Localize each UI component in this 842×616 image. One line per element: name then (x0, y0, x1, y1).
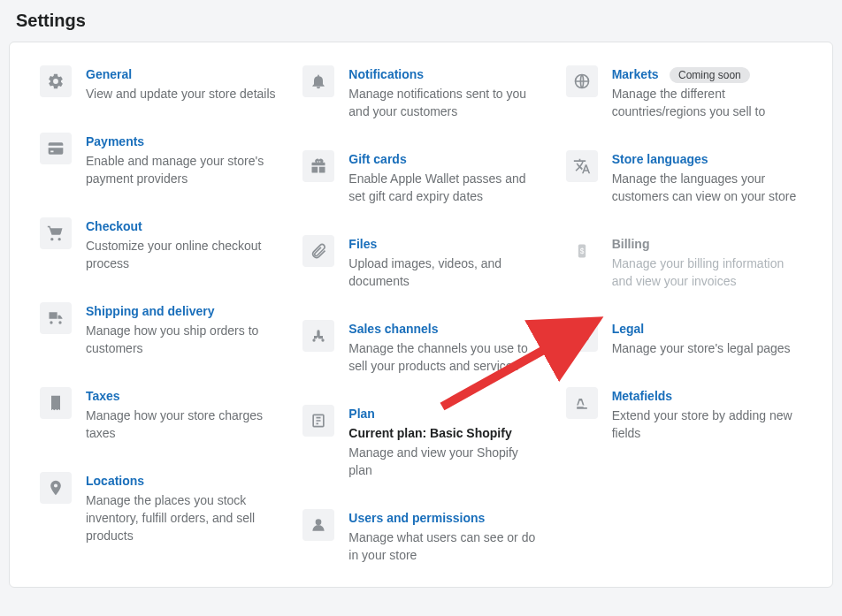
metafields-icon (566, 387, 598, 419)
settings-item-checkout[interactable]: Checkout Customize your online checkout … (40, 217, 276, 272)
item-title: Taxes (86, 389, 120, 403)
item-title: Sales channels (348, 322, 438, 336)
svg-text:$: $ (579, 247, 584, 255)
svg-rect-8 (576, 331, 587, 339)
settings-item-languages[interactable]: Store languages Manage the languages you… (566, 150, 802, 205)
settings-item-shipping[interactable]: Shipping and delivery Manage how you shi… (40, 302, 276, 357)
settings-item-files[interactable]: Files Upload images, videos, and documen… (302, 235, 539, 290)
page-title: Settings (0, 0, 842, 42)
item-title: Locations (86, 474, 144, 488)
settings-item-legal[interactable]: Legal Manage your store's legal pages (566, 320, 802, 357)
svg-point-0 (313, 338, 316, 341)
plan-icon (302, 405, 334, 437)
settings-item-notifications[interactable]: Notifications Manage notifications sent … (302, 65, 539, 120)
settings-item-locations[interactable]: Locations Manage the places you stock in… (40, 472, 276, 544)
bell-icon (302, 65, 334, 97)
item-title: Markets (612, 67, 659, 81)
item-title: Plan (348, 407, 375, 421)
settings-item-general[interactable]: General View and update your store detai… (40, 65, 276, 103)
item-extra: Current plan: Basic Shopify (348, 424, 539, 442)
language-icon (566, 150, 598, 182)
item-title: Payments (86, 134, 144, 148)
item-title: Gift cards (348, 152, 406, 166)
channels-icon (302, 320, 334, 352)
item-title: Checkout (86, 219, 142, 233)
settings-col-1: General View and update your store detai… (40, 65, 276, 564)
item-desc: Manage your store's legal pages (612, 339, 802, 357)
item-title: General (86, 67, 132, 81)
coming-soon-badge: Coming soon (670, 67, 750, 83)
settings-item-markets[interactable]: Markets Coming soon Manage the different… (566, 65, 802, 120)
item-desc: Extend your store by adding new fields (612, 407, 802, 442)
user-icon (302, 509, 334, 541)
item-title: Notifications (348, 67, 424, 81)
settings-card: General View and update your store detai… (9, 42, 833, 588)
settings-item-giftcards[interactable]: Gift cards Enable Apple Wallet passes an… (302, 150, 539, 205)
settings-item-metafields[interactable]: Metafields Extend your store by adding n… (566, 387, 802, 442)
location-pin-icon (40, 472, 72, 504)
svg-point-4 (316, 519, 322, 525)
item-desc: Manage notifications sent to you and you… (348, 85, 539, 120)
item-title: Legal (612, 322, 645, 336)
item-desc: Customize your online checkout process (86, 237, 276, 272)
item-desc: View and update your store details (86, 85, 276, 103)
settings-item-users[interactable]: Users and permissions Manage what users … (302, 509, 539, 564)
receipt-icon (40, 387, 72, 419)
settings-item-saleschannels[interactable]: Sales channels Manage the channels you u… (302, 320, 539, 375)
item-desc: Manage the languages your customers can … (612, 170, 802, 205)
gear-icon (40, 65, 72, 97)
settings-item-payments[interactable]: Payments Enable and manage your store's … (40, 133, 276, 187)
gift-icon (302, 150, 334, 182)
card-icon (40, 133, 72, 164)
item-desc: Manage how your store charges taxes (86, 407, 276, 442)
settings-item-taxes[interactable]: Taxes Manage how your store charges taxe… (40, 387, 276, 442)
item-title: Files (348, 237, 377, 251)
item-desc: Manage the places you stock inventory, f… (86, 491, 276, 544)
svg-point-1 (322, 338, 325, 341)
item-desc: Manage your billing information and view… (612, 255, 802, 290)
item-desc: Manage what users can see or do in your … (348, 529, 539, 564)
item-title: Metafields (612, 389, 672, 403)
paperclip-icon (302, 235, 334, 267)
item-desc: Manage the different countries/regions y… (612, 85, 802, 120)
settings-item-billing: $ Billing Manage your billing informatio… (566, 235, 802, 290)
item-title: Store languages (612, 152, 708, 166)
globe-icon (566, 65, 598, 97)
item-desc: Manage the channels you use to sell your… (348, 339, 539, 375)
item-title: Shipping and delivery (86, 304, 214, 318)
settings-col-3: Markets Coming soon Manage the different… (566, 65, 802, 564)
item-desc: Enable and manage your store's payment p… (86, 152, 276, 187)
item-desc: Manage how you ship orders to customers (86, 322, 276, 357)
dollar-icon: $ (566, 235, 598, 267)
cart-icon (40, 217, 72, 249)
settings-col-2: Notifications Manage notifications sent … (302, 65, 539, 564)
item-desc: Upload images, videos, and documents (348, 255, 539, 290)
item-desc: Enable Apple Wallet passes and set gift … (348, 170, 539, 205)
legal-icon (566, 320, 598, 352)
item-title: Billing (612, 237, 650, 251)
item-desc: Manage and view your Shopify plan (348, 444, 539, 479)
truck-icon (40, 302, 72, 334)
settings-item-plan[interactable]: Plan Current plan: Basic Shopify Manage … (302, 405, 539, 479)
item-title: Users and permissions (348, 511, 485, 525)
